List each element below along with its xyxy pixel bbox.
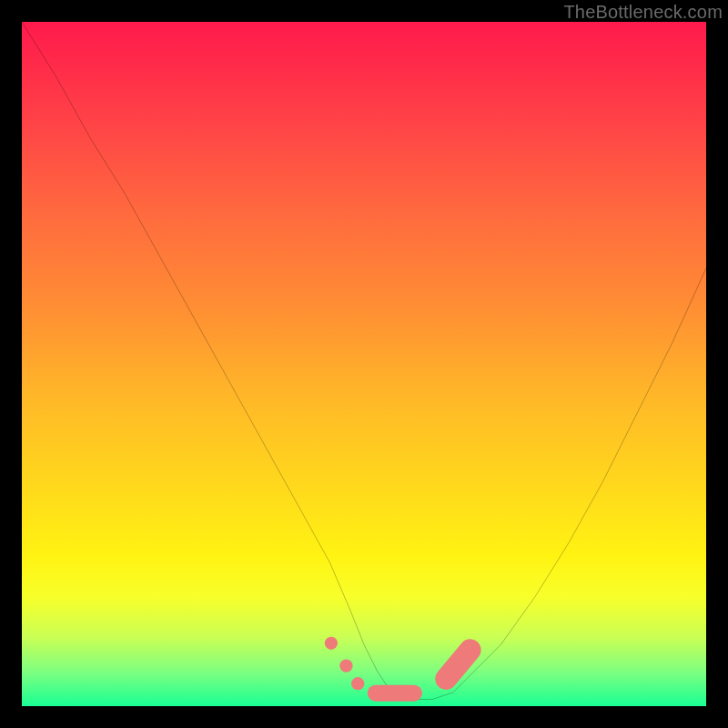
marker-dot [339,659,352,672]
bottleneck-curve [22,22,706,699]
plot-area [22,22,706,706]
markers-layer [325,637,470,702]
watermark-text: TheBottleneck.com [563,2,723,23]
marker-dot [325,637,338,650]
curve-path [22,22,706,699]
marker-dot [351,677,364,690]
marker-capsule [446,650,470,679]
curve-svg [22,22,706,706]
marker-valley-bar [368,685,422,702]
chart-frame: TheBottleneck.com [0,0,728,728]
